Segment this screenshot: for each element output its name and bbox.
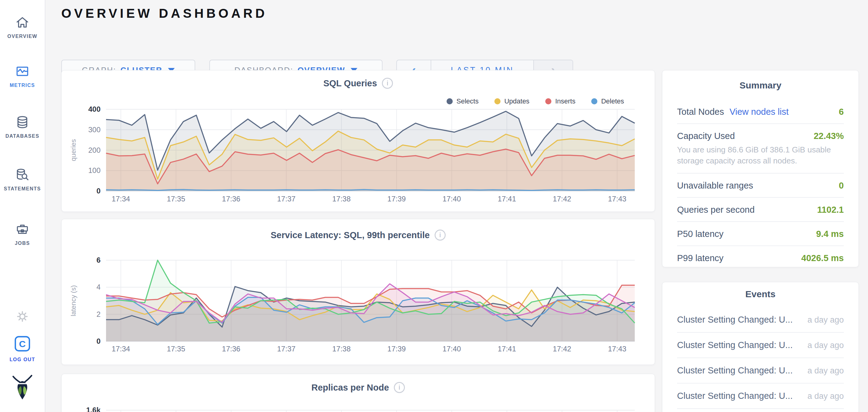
svg-text:100: 100 (88, 166, 100, 174)
database-search-icon (15, 168, 29, 183)
summary-label: Queries per second (677, 205, 754, 215)
svg-text:2: 2 (97, 310, 100, 318)
svg-text:queries: queries (69, 139, 77, 161)
view-nodes-list-link[interactable]: View nodes list (730, 107, 788, 117)
svg-text:4: 4 (97, 283, 100, 291)
service-latency-chart[interactable]: 17:3417:3517:3617:3717:3817:3917:4017:41… (62, 253, 655, 363)
event-row[interactable]: Cluster Setting Changed: U... a day ago (677, 333, 844, 358)
svg-text:17:39: 17:39 (388, 195, 406, 203)
event-time: a day ago (807, 341, 844, 350)
event-text: Cluster Setting Changed: U... (677, 391, 793, 401)
replicas-per-node-panel: Replicas per Node i 1.6k (61, 374, 655, 412)
svg-text:latency (s): latency (s) (69, 285, 77, 316)
home-icon (15, 15, 29, 31)
summary-row-capacity-used: Capacity Used 22.43% You are using 86.6 … (677, 124, 844, 174)
legend-dot (591, 98, 597, 104)
info-icon[interactable]: i (394, 382, 405, 393)
cockroach-c-icon: C (13, 335, 31, 354)
svg-text:17:40: 17:40 (442, 345, 461, 353)
service-latency-panel: Service Latency: SQL, 99th percentile i … (61, 219, 655, 365)
svg-text:200: 200 (88, 146, 100, 154)
event-text: Cluster Setting Changed: U... (677, 340, 793, 350)
summary-panel: Summary Total Nodes View nodes list 6 Ca… (662, 70, 859, 267)
event-text: Cluster Setting Changed: U... (677, 366, 793, 376)
sidebar-item-label: DATABASES (5, 133, 39, 139)
event-time: a day ago (807, 315, 844, 325)
cockroach-bug-icon (9, 375, 35, 404)
settings-button[interactable] (0, 310, 45, 324)
svg-text:17:38: 17:38 (332, 345, 351, 353)
svg-text:0: 0 (97, 187, 100, 195)
svg-text:17:36: 17:36 (222, 195, 240, 203)
sidebar-item-jobs[interactable]: JOBS (0, 222, 45, 246)
summary-row-p50-latency: P50 latency 9.4 ms (677, 222, 844, 246)
event-text: Cluster Setting Changed: U... (677, 315, 793, 325)
legend-dot (494, 98, 500, 104)
sidebar: OVERVIEW METRICS DATABASES (0, 0, 45, 412)
event-row[interactable]: Cluster Setting Changed: U... a day ago (677, 307, 844, 333)
info-icon[interactable]: i (435, 230, 446, 241)
svg-text:17:43: 17:43 (608, 345, 626, 353)
summary-value: 1102.1 (817, 205, 844, 215)
svg-text:17:34: 17:34 (112, 345, 130, 353)
event-time: a day ago (807, 391, 844, 401)
info-icon[interactable]: i (382, 78, 393, 89)
event-row[interactable]: Cluster Setting Changed: U... a day ago (677, 358, 844, 383)
summary-label: P50 latency (677, 229, 724, 239)
events-title: Events (662, 289, 859, 299)
sidebar-item-metrics[interactable]: METRICS (0, 64, 45, 88)
sql-queries-chart[interactable]: 17:3417:3517:3617:3717:3817:3917:4017:41… (62, 104, 655, 212)
summary-value: 4026.5 ms (801, 253, 844, 263)
metrics-chart-icon (15, 64, 29, 79)
svg-text:C: C (19, 339, 26, 349)
svg-text:17:42: 17:42 (553, 345, 571, 353)
logout-label: LOG OUT (9, 357, 35, 363)
svg-text:17:39: 17:39 (388, 345, 406, 353)
sidebar-item-overview[interactable]: OVERVIEW (0, 15, 45, 39)
event-row[interactable]: Cluster Setting Changed: U... a day ago (677, 409, 844, 412)
svg-text:17:34: 17:34 (112, 195, 130, 203)
summary-label: Capacity Used (677, 131, 735, 141)
summary-label: Total Nodes (677, 107, 724, 117)
legend-dot (545, 98, 551, 104)
event-row[interactable]: Cluster Setting Changed: U... a day ago (677, 383, 844, 409)
summary-value: 22.43% (814, 131, 844, 141)
sidebar-item-label: JOBS (15, 241, 30, 246)
summary-title: Summary (662, 80, 859, 91)
cockroach-logo (0, 375, 45, 404)
sidebar-item-label: STATEMENTS (4, 186, 41, 192)
legend-dot (446, 98, 453, 104)
svg-text:17:38: 17:38 (332, 195, 351, 203)
svg-text:300: 300 (88, 126, 100, 134)
sidebar-item-statements[interactable]: STATEMENTS (0, 168, 45, 192)
event-time: a day ago (807, 366, 844, 376)
svg-text:400: 400 (88, 105, 100, 113)
svg-text:17:43: 17:43 (608, 195, 626, 203)
svg-text:6: 6 (97, 256, 100, 264)
events-panel: Events Cluster Setting Changed: U... a d… (662, 282, 859, 412)
sidebar-item-databases[interactable]: DATABASES (0, 115, 45, 139)
summary-label: P99 latency (677, 253, 724, 263)
svg-text:17:40: 17:40 (442, 195, 461, 203)
summary-row-p99-latency: P99 latency 4026.5 ms (677, 246, 844, 267)
svg-text:17:42: 17:42 (553, 195, 571, 203)
summary-label: Unavailable ranges (677, 181, 753, 191)
svg-text:17:35: 17:35 (167, 195, 185, 203)
capacity-description: You are using 86.6 GiB of 386.1 GiB usab… (677, 144, 844, 167)
page-title: OVERVIEW DASHBOARD (61, 6, 267, 21)
chart-title: Service Latency: SQL, 99th percentile (271, 230, 430, 240)
svg-text:17:35: 17:35 (167, 345, 185, 353)
svg-text:17:37: 17:37 (277, 195, 296, 203)
summary-row-unavailable-ranges: Unavailable ranges 0 (677, 174, 844, 198)
sidebar-item-label: METRICS (10, 83, 35, 88)
chart-title: SQL Queries (323, 78, 377, 89)
sidebar-item-label: OVERVIEW (7, 34, 37, 39)
svg-text:17:36: 17:36 (222, 345, 240, 353)
summary-row-total-nodes: Total Nodes View nodes list 6 (677, 100, 844, 124)
logout-button[interactable]: C LOG OUT (0, 335, 45, 363)
svg-text:17:41: 17:41 (498, 345, 516, 353)
sql-queries-panel: SQL Queries i Selects Updates Inserts De… (61, 70, 655, 212)
summary-value: 6 (839, 107, 844, 117)
summary-value: 9.4 ms (816, 229, 844, 239)
replicas-per-node-chart[interactable]: 1.6k (62, 402, 655, 412)
